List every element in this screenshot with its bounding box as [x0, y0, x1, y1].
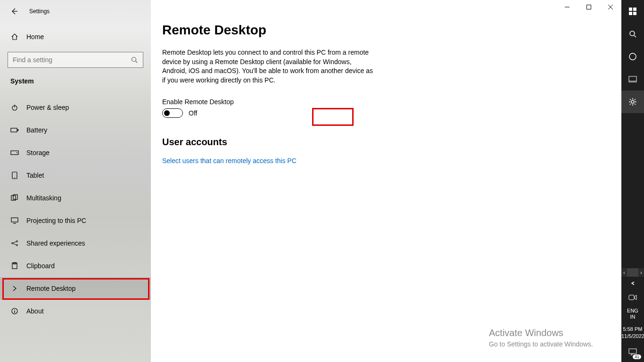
sidebar-item-tablet[interactable]: Tablet — [0, 164, 151, 187]
sidebar-item-storage[interactable]: Storage — [0, 141, 151, 164]
sidebar-item-about[interactable]: About — [0, 300, 151, 322]
sidebar-item-power-sleep[interactable]: Power & sleep — [0, 96, 151, 119]
battery-icon — [9, 127, 20, 133]
svg-rect-13 — [11, 218, 18, 222]
clock-time: 5:58 PM — [621, 326, 644, 332]
svg-rect-24 — [587, 5, 591, 9]
scroll-track[interactable] — [627, 268, 638, 277]
clipboard-icon — [9, 262, 20, 270]
select-users-link[interactable]: Select users that can remotely access th… — [162, 157, 297, 165]
svg-line-2 — [136, 61, 138, 63]
settings-sidebar: Settings Home System Power & sleep Batte… — [0, 0, 151, 362]
svg-point-10 — [14, 177, 15, 178]
svg-point-34 — [630, 31, 635, 36]
svg-rect-40 — [629, 295, 634, 300]
sidebar-item-clipboard[interactable]: Clipboard — [0, 255, 151, 277]
svg-point-14 — [12, 243, 13, 244]
sidebar-item-label: Tablet — [26, 172, 44, 179]
storage-icon — [9, 150, 20, 156]
scroll-right-icon[interactable]: › — [638, 268, 644, 277]
sidebar-item-label: Power & sleep — [26, 104, 69, 111]
sidebar-item-label: Multitasking — [26, 194, 61, 202]
lang-secondary: IN — [621, 314, 644, 320]
sidebar-item-label: Shared experiences — [26, 239, 85, 247]
svg-point-8 — [17, 152, 17, 153]
shared-icon — [9, 239, 20, 247]
lang-primary: ENG — [621, 308, 644, 314]
home-label: Home — [26, 33, 44, 41]
back-button[interactable] — [6, 3, 23, 20]
show-hidden-icons-button[interactable] — [621, 277, 644, 290]
svg-point-16 — [17, 245, 18, 246]
maximize-button[interactable] — [578, 0, 600, 14]
window-title: Settings — [29, 8, 50, 15]
minimize-button[interactable] — [556, 0, 578, 14]
projecting-icon — [9, 217, 20, 224]
sidebar-item-label: Storage — [26, 149, 50, 156]
main-content: Remote Desktop Remote Desktop lets you c… — [151, 0, 621, 362]
search-input[interactable] — [13, 56, 131, 64]
page-description: Remote Desktop lets you connect to and c… — [162, 48, 374, 85]
notification-badge: 41 — [633, 354, 641, 359]
svg-rect-33 — [633, 12, 636, 15]
taskbar: ‹ › ENG IN 5:58 PM 11/5/2022 41 — [621, 0, 644, 362]
search-icon — [131, 56, 138, 64]
svg-rect-5 — [11, 128, 17, 132]
sidebar-item-label: About — [26, 307, 44, 315]
svg-line-35 — [634, 35, 636, 37]
scroll-left-icon[interactable]: ‹ — [621, 268, 627, 277]
watermark-subtitle: Go to Settings to activate Windows. — [489, 340, 593, 348]
svg-point-15 — [17, 241, 18, 242]
clock-date: 11/5/2022 — [621, 333, 644, 339]
svg-point-36 — [629, 53, 636, 60]
power-icon — [9, 104, 20, 111]
watermark-title: Activate Windows — [489, 328, 593, 338]
tablet-icon — [9, 172, 20, 179]
taskbar-scroll[interactable]: ‹ › — [621, 268, 644, 277]
sidebar-item-battery[interactable]: Battery — [0, 119, 151, 141]
page-title: Remote Desktop — [162, 23, 621, 38]
sidebar-item-label: Clipboard — [26, 262, 55, 270]
svg-point-1 — [132, 58, 136, 62]
sidebar-item-label: Battery — [26, 126, 47, 134]
enable-remote-desktop-toggle[interactable] — [162, 108, 183, 118]
close-button[interactable] — [600, 0, 621, 14]
sidebar-item-projecting[interactable]: Projecting to this PC — [0, 209, 151, 232]
sidebar-item-multitasking[interactable]: Multitasking — [0, 187, 151, 209]
toggle-label: Enable Remote Desktop — [162, 98, 621, 106]
sidebar-item-shared-experiences[interactable]: Shared experiences — [0, 232, 151, 255]
sidebar-item-label: Projecting to this PC — [26, 217, 86, 224]
sidebar-item-label: Remote Desktop — [26, 285, 75, 292]
multitasking-icon — [9, 194, 20, 202]
search-box[interactable] — [8, 52, 143, 68]
svg-rect-32 — [629, 12, 632, 15]
category-label: System — [0, 68, 151, 90]
remote-desktop-icon — [9, 285, 20, 292]
home-icon — [9, 33, 20, 41]
taskbar-search-button[interactable] — [621, 23, 644, 45]
svg-rect-6 — [17, 129, 18, 131]
toggle-state-text: Off — [189, 109, 197, 117]
taskbar-app-settings[interactable] — [621, 90, 644, 113]
svg-point-21 — [14, 309, 15, 310]
user-accounts-heading: User accounts — [162, 137, 621, 148]
svg-rect-30 — [629, 8, 632, 11]
info-icon — [9, 307, 20, 315]
svg-rect-37 — [629, 76, 636, 81]
activation-watermark: Activate Windows Go to Settings to activ… — [489, 328, 593, 348]
sidebar-item-remote-desktop[interactable]: Remote Desktop — [0, 277, 151, 300]
language-indicator[interactable]: ENG IN — [621, 305, 644, 323]
home-nav[interactable]: Home — [0, 27, 151, 46]
start-button[interactable] — [621, 0, 644, 23]
cortana-button[interactable] — [621, 45, 644, 68]
action-center-button[interactable]: 41 — [621, 342, 644, 362]
svg-rect-41 — [629, 349, 636, 354]
task-view-button[interactable] — [621, 68, 644, 90]
svg-rect-31 — [633, 8, 636, 11]
svg-point-39 — [631, 100, 634, 103]
meet-now-button[interactable] — [621, 290, 644, 305]
toggle-knob — [164, 110, 170, 116]
clock[interactable]: 5:58 PM 11/5/2022 — [621, 323, 644, 342]
